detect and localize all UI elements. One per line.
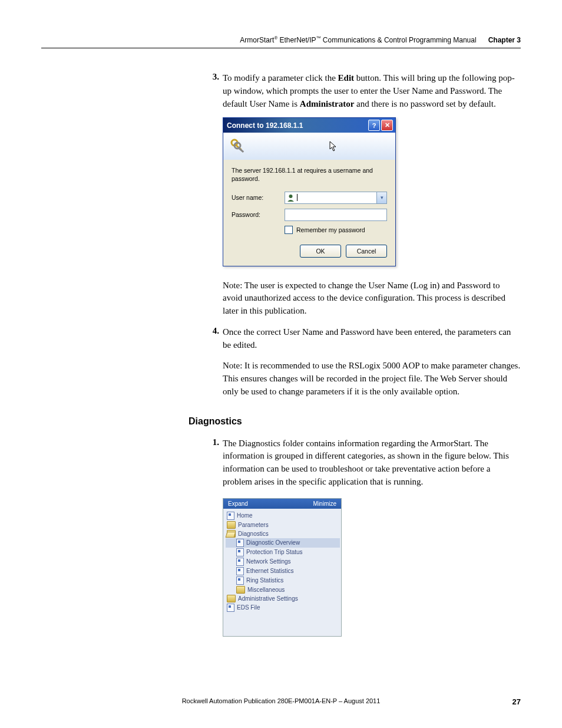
password-field[interactable]	[285, 209, 387, 221]
navigation-tree: Expand Minimize Home Parameters Diagnost…	[223, 498, 342, 637]
nav-home[interactable]: Home	[226, 511, 340, 521]
remember-label: Remember my password	[296, 226, 365, 233]
svg-point-4	[289, 195, 293, 198]
page-icon	[236, 567, 244, 575]
chevron-down-icon[interactable]: ▾	[376, 192, 386, 203]
manual-title: ArmorStart® EtherNet/IP™ Communications …	[240, 35, 476, 44]
cursor-icon	[329, 141, 338, 153]
expand-link[interactable]: Expand	[228, 500, 248, 507]
page-icon	[227, 512, 234, 520]
diagnostics-heading: Diagnostics	[189, 416, 521, 427]
nav-diagnostic-overview[interactable]: Diagnostic Overview	[226, 538, 340, 548]
page-icon	[236, 577, 244, 585]
note-after-step4: Note: It is recommended to use the RSLog…	[223, 360, 521, 398]
dialog-banner	[223, 133, 395, 160]
nav-admin-settings[interactable]: Administrative Settings	[226, 594, 340, 603]
nav-network-settings[interactable]: Network Settings	[226, 557, 340, 566]
page-icon	[227, 604, 234, 612]
user-icon	[287, 194, 295, 202]
remember-checkbox[interactable]	[285, 226, 293, 234]
page-icon	[236, 548, 244, 556]
navtree-header: Expand Minimize	[223, 499, 341, 509]
page-icon	[236, 539, 244, 547]
step-3: 3. To modify a parameter click the Edit …	[206, 72, 521, 110]
step-number: 1.	[206, 437, 223, 489]
svg-rect-3	[237, 147, 244, 153]
dialog-titlebar: Connect to 192.168.1.1 ? ✕	[223, 118, 395, 133]
minimize-link[interactable]: Minimize	[313, 500, 336, 507]
dialog-title: Connect to 192.168.1.1	[226, 121, 367, 130]
step-3-text: To modify a parameter click the Edit but…	[223, 72, 521, 110]
connect-dialog: Connect to 192.168.1.1 ? ✕	[223, 117, 396, 266]
page-header: ArmorStart® EtherNet/IP™ Communications …	[41, 35, 521, 48]
page-icon	[236, 558, 244, 566]
publication-info: Rockwell Automation Publication 280E-PM0…	[182, 697, 381, 704]
folder-icon	[227, 595, 236, 602]
nav-miscellaneous[interactable]: Miscellaneous	[226, 585, 340, 594]
dialog-message: The server 192.168.1.1 at requires a use…	[232, 167, 387, 183]
page-number: 27	[513, 697, 521, 706]
nav-eds-file[interactable]: EDS File	[226, 603, 340, 612]
keys-icon	[229, 137, 247, 155]
folder-open-icon	[227, 530, 236, 538]
step-number: 4.	[206, 326, 223, 352]
chapter-label: Chapter 3	[488, 36, 521, 44]
diagnostics-step1-text: The Diagnostics folder contains informat…	[223, 437, 521, 489]
close-button[interactable]: ✕	[381, 120, 393, 131]
note-after-step3: Note: The user is expected to change the…	[223, 279, 521, 318]
step-4-text: Once the correct User Name and Password …	[223, 326, 521, 352]
page-footer: Rockwell Automation Publication 280E-PM0…	[41, 697, 521, 704]
help-button[interactable]: ?	[368, 120, 380, 131]
nav-protection-trip[interactable]: Protection Trip Status	[226, 548, 340, 557]
nav-parameters[interactable]: Parameters	[226, 521, 340, 529]
diagnostics-step-1: 1. The Diagnostics folder contains infor…	[206, 437, 521, 489]
folder-icon	[227, 521, 236, 529]
step-number: 3.	[206, 72, 223, 110]
cancel-button[interactable]: Cancel	[346, 245, 387, 258]
nav-diagnostics[interactable]: Diagnostics	[226, 529, 340, 538]
nav-ring-statistics[interactable]: Ring Statistics	[226, 576, 340, 585]
header-rule	[41, 48, 521, 48]
username-label: User name:	[232, 194, 285, 201]
folder-icon	[236, 586, 245, 594]
nav-ethernet-statistics[interactable]: Ethernet Statistics	[226, 566, 340, 576]
ok-button[interactable]: OK	[300, 245, 341, 258]
password-label: Password:	[232, 211, 285, 218]
step-4: 4. Once the correct User Name and Passwo…	[206, 326, 521, 352]
username-field[interactable]: ▾	[285, 192, 387, 204]
